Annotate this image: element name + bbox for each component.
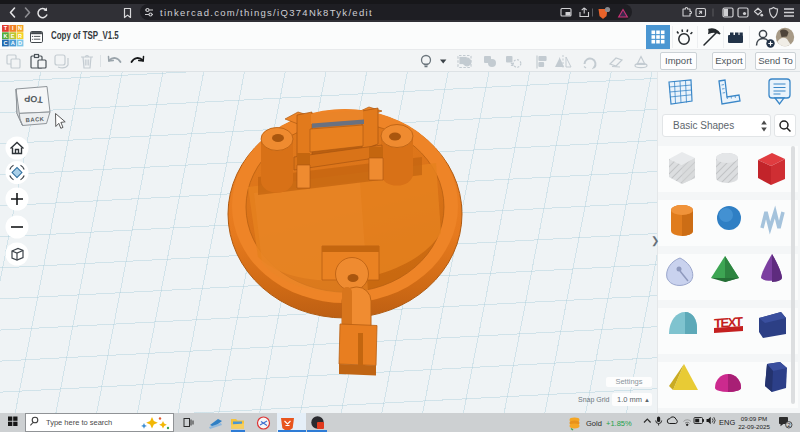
svg-text:D: D	[18, 40, 22, 46]
svg-text:N: N	[18, 25, 22, 31]
svg-text:TOP: TOP	[24, 93, 43, 104]
svg-text:A: A	[11, 40, 15, 46]
svg-text:E: E	[11, 33, 15, 39]
svg-text:T: T	[4, 25, 8, 31]
svg-text:K: K	[3, 33, 7, 39]
svg-text:R: R	[18, 33, 22, 39]
svg-text:C: C	[3, 40, 7, 46]
